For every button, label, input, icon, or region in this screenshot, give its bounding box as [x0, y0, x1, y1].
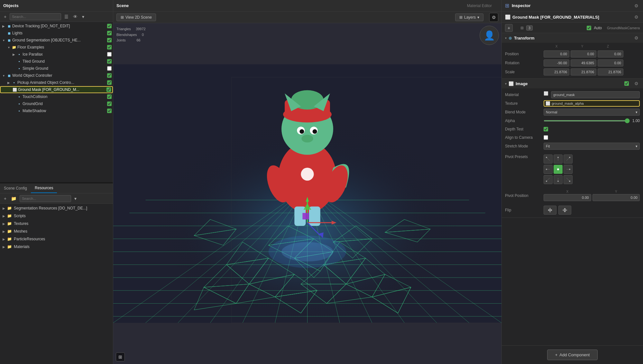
- pivot-bot-center[interactable]: [554, 175, 563, 184]
- material-icon: ⬜: [544, 91, 548, 98]
- auto-checkbox[interactable]: [587, 26, 591, 30]
- pivot-y-input[interactable]: [592, 194, 640, 201]
- position-z-input[interactable]: [598, 50, 623, 58]
- visibility-checkbox[interactable]: [107, 109, 112, 113]
- tree-item-ground-mask[interactable]: ▶ ⬜ Ground Mask [FOR_GROUND_M...: [0, 86, 113, 93]
- tree-item-device-tracking[interactable]: ▶ ◼ Device Tracking [DO_NOT_EDIT]: [0, 22, 113, 30]
- tree-item-floor-examples[interactable]: ▾ 📁 Floor Examples: [0, 44, 113, 51]
- inspector-settings-button[interactable]: ⚙: [633, 2, 640, 9]
- pivot-bot-left[interactable]: [544, 175, 553, 184]
- tab-scene-config[interactable]: Scene Config: [0, 183, 31, 193]
- image-enabled-checkbox[interactable]: [624, 81, 629, 86]
- scene-expand-button[interactable]: ⊞: [116, 352, 125, 361]
- add-object-button[interactable]: +: [3, 13, 8, 20]
- tree-label: Pickup Animated Object Contro...: [17, 80, 107, 85]
- rotation-y-input[interactable]: [571, 59, 596, 67]
- stretch-mode-dropdown[interactable]: Fit ▾: [544, 143, 640, 150]
- tree-item-matte-shadow[interactable]: ▶ ▪ MatteShadow: [0, 107, 113, 114]
- visibility-checkbox[interactable]: [107, 94, 112, 99]
- rotation-z-input[interactable]: [598, 59, 623, 67]
- visibility-checkbox[interactable]: [107, 66, 112, 71]
- position-y-input[interactable]: [571, 50, 596, 58]
- tree-item-ground-seg[interactable]: ▾ ◼ Ground Segmentation [OBJECTS_HE...: [0, 37, 113, 44]
- visibility-checkbox[interactable]: [107, 45, 112, 49]
- visibility-checkbox[interactable]: [107, 80, 112, 85]
- scale-y-input[interactable]: [571, 68, 596, 75]
- visibility-checkbox[interactable]: [107, 59, 112, 64]
- joints-label: Joints: [116, 38, 126, 42]
- folder-button[interactable]: 📁: [10, 195, 18, 202]
- visibility-checkbox[interactable]: [107, 38, 112, 42]
- tree-item-ice-parallax[interactable]: ▶ ▪ Ice Parallax: [0, 51, 113, 58]
- align-camera-checkbox[interactable]: [544, 135, 548, 140]
- pivot-top-row: [544, 155, 573, 164]
- tree-item-tiled-ground[interactable]: ▶ ▪ Tiled Ground: [0, 58, 113, 65]
- flip-row: Flip: [505, 205, 640, 216]
- transform-settings-button[interactable]: ⚙: [633, 34, 640, 41]
- visibility-checkbox[interactable]: [107, 52, 112, 57]
- blend-mode-dropdown[interactable]: Normal ▾: [544, 109, 640, 116]
- resources-filter-button[interactable]: ▾: [73, 195, 78, 202]
- pivot-mid-right[interactable]: [564, 165, 573, 174]
- view-2d-button[interactable]: ⊞ View 2D Scene: [116, 13, 156, 21]
- object-settings-button[interactable]: ⚙: [633, 13, 640, 21]
- rotation-x-input[interactable]: [544, 59, 569, 67]
- svg-marker-107: [564, 208, 566, 209]
- resources-toolbar: + 📁 ▾: [0, 193, 113, 204]
- texture-input[interactable]: [552, 102, 638, 105]
- material-label: Material: [505, 93, 544, 97]
- resource-meshes[interactable]: ▶ 📁 Meshes: [0, 227, 113, 235]
- transform-header[interactable]: ▾ ⊕ Transform ⚙: [502, 33, 643, 43]
- tree-label: TouchCollision: [23, 94, 107, 99]
- resource-particle[interactable]: ▶ 📁 ParticleResources: [0, 235, 113, 243]
- objects-search-input[interactable]: [10, 13, 61, 20]
- flip-horizontal-button[interactable]: [544, 206, 556, 215]
- visibility-checkbox[interactable]: [106, 87, 111, 92]
- flip-vertical-button[interactable]: [558, 206, 571, 215]
- add-resource-button[interactable]: +: [3, 195, 8, 202]
- position-x-input[interactable]: [544, 50, 569, 58]
- scale-z-input[interactable]: [598, 68, 623, 75]
- visibility-checkbox[interactable]: [107, 102, 112, 106]
- list-view-button[interactable]: ☰: [63, 13, 70, 20]
- pivot-top-right[interactable]: [564, 155, 573, 164]
- pivot-x-input[interactable]: [544, 194, 591, 201]
- layers-button[interactable]: ⊞ Layers ▾: [455, 13, 483, 21]
- resource-scripts[interactable]: ▶ 📁 Scripts: [0, 212, 113, 220]
- pivot-mid-center[interactable]: [554, 165, 563, 174]
- pivot-bot-right[interactable]: [564, 175, 573, 184]
- resources-search-input[interactable]: [20, 195, 71, 202]
- pivot-mid-left[interactable]: [544, 165, 553, 174]
- svg-line-102: [566, 178, 570, 181]
- add-component-button[interactable]: + Add Component: [547, 350, 598, 360]
- tree-item-lights[interactable]: ▶ ◼ Lights: [0, 30, 113, 37]
- image-settings-button[interactable]: ⚙: [633, 80, 640, 87]
- alpha-slider[interactable]: [544, 120, 630, 121]
- pivot-top-center[interactable]: [554, 155, 563, 164]
- resource-materials[interactable]: ▶ 📁 Materials: [0, 243, 113, 251]
- tree-item-ground-grid[interactable]: ▶ ▪ GroundGrid: [0, 100, 113, 107]
- filter-button[interactable]: ▾: [81, 13, 86, 20]
- visibility-toggle-button[interactable]: 👁: [72, 13, 79, 20]
- depth-test-value: [544, 127, 640, 131]
- tree-item-touch-collision[interactable]: ▶ ▪ TouchCollision: [0, 93, 113, 100]
- visibility-checkbox[interactable]: [107, 73, 112, 78]
- tree-item-simple-ground[interactable]: ▶ ▪ Simple Ground: [0, 65, 113, 72]
- tree-item-pickup-animated[interactable]: ▶ ▪ Pickup Animated Object Contro...: [0, 79, 113, 86]
- visibility-checkbox[interactable]: [107, 24, 112, 28]
- resource-textures[interactable]: ▶ 📁 Textures: [0, 220, 113, 227]
- pivot-tl-icon: [546, 156, 551, 162]
- tree-item-world-obj-ctrl[interactable]: ▾ ◼ World Object Controller: [0, 72, 113, 79]
- arrow-icon: ▾: [6, 46, 11, 49]
- pivot-top-left[interactable]: [544, 155, 553, 164]
- resource-segmentation[interactable]: ▶ 📁 Segmentation Resources [DO_NOT_DE...…: [0, 204, 113, 212]
- tree-label: Tiled Ground: [23, 59, 107, 64]
- image-header[interactable]: ▾ ⬜ Image ⚙: [502, 79, 643, 88]
- tab-resources[interactable]: Resources: [31, 183, 57, 193]
- scene-settings-button[interactable]: ⚙: [489, 13, 498, 22]
- visibility-checkbox[interactable]: [107, 31, 112, 35]
- depth-test-checkbox[interactable]: [544, 127, 548, 131]
- inspector-add-button[interactable]: +: [505, 24, 513, 32]
- material-input[interactable]: [551, 91, 640, 98]
- scale-x-input[interactable]: [544, 68, 569, 75]
